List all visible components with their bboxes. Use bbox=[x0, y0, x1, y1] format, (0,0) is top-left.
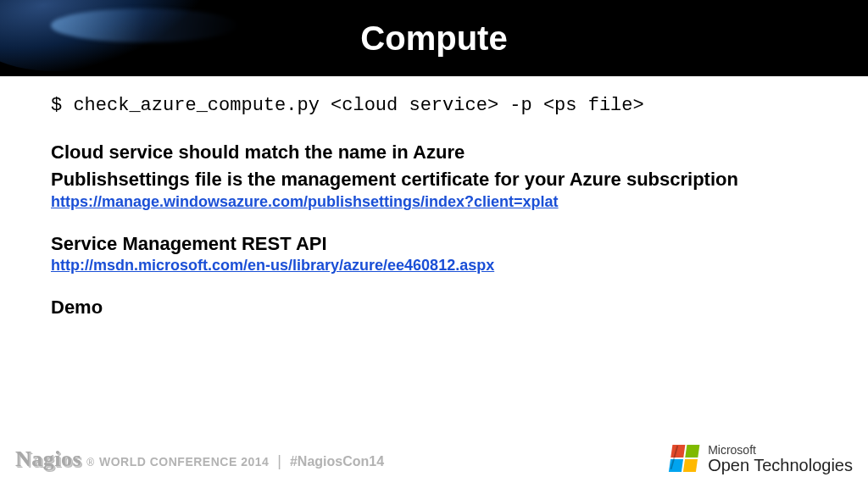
slide-content: $ check_azure_compute.py <cloud service>… bbox=[0, 76, 868, 319]
slide-header: Compute bbox=[0, 0, 868, 76]
nagios-logo-text: Nagios bbox=[15, 446, 81, 472]
command-line: $ check_azure_compute.py <cloud service>… bbox=[51, 95, 817, 116]
footer-right-branding: Microsoft Open Technologies bbox=[670, 444, 853, 474]
conference-text: WORLD CONFERENCE 2014 bbox=[99, 455, 269, 469]
note-publishsettings: Publishsettings file is the management c… bbox=[51, 167, 817, 192]
registered-mark: ® bbox=[86, 457, 94, 469]
slide-title: Compute bbox=[360, 19, 507, 58]
microsoft-open-tech-icon bbox=[669, 445, 702, 474]
link-msdn-api[interactable]: http://msdn.microsoft.com/en-us/library/… bbox=[51, 257, 494, 274]
link-publishsettings[interactable]: https://manage.windowsazure.com/publishs… bbox=[51, 193, 559, 211]
microsoft-open-tech-text: Microsoft Open Technologies bbox=[708, 444, 853, 474]
footer-left-branding: Nagios® WORLD CONFERENCE 2014 | #NagiosC… bbox=[15, 446, 384, 472]
slide-footer: Nagios® WORLD CONFERENCE 2014 | #NagiosC… bbox=[0, 435, 868, 488]
open-tech-label: Open Technologies bbox=[708, 457, 853, 474]
conference-hashtag: #NagiosCon14 bbox=[290, 454, 384, 469]
footer-divider: | bbox=[277, 452, 281, 470]
note-cloud-service: Cloud service should match the name in A… bbox=[51, 140, 817, 165]
heading-service-mgmt-api: Service Management REST API bbox=[51, 233, 817, 255]
heading-demo: Demo bbox=[51, 297, 817, 319]
ms-label: Microsoft bbox=[708, 444, 853, 457]
